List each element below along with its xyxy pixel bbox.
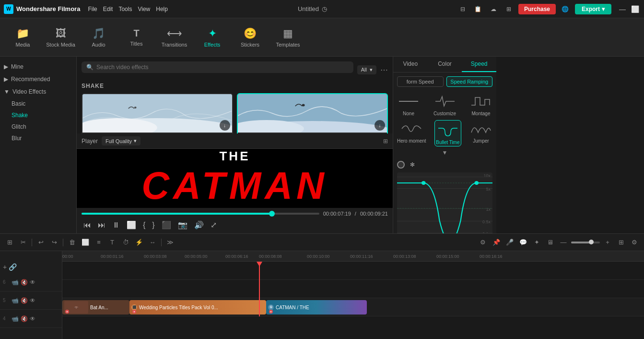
account-icon[interactable]: 🌐 bbox=[560, 3, 571, 15]
effect-card-mild[interactable]: ↓ Mild bbox=[82, 93, 233, 133]
sidebar-item-shake[interactable]: Shake bbox=[0, 109, 76, 121]
tl-add-track-button[interactable]: ⊞ bbox=[4, 237, 15, 248]
rewind-button[interactable]: ⏮ bbox=[82, 220, 93, 230]
sidebar-item-video-effects[interactable]: ▼ Video Effects bbox=[0, 85, 76, 98]
toolbar-stock-media[interactable]: 🖼 Stock Media bbox=[43, 21, 79, 54]
zoom-out-button[interactable]: — bbox=[558, 237, 569, 248]
clip-wedding[interactable]: ⬛ Wedding Particles Titles Pack Vol 0...… bbox=[129, 300, 266, 315]
minimize-button[interactable]: — bbox=[617, 4, 628, 14]
sidebar-item-mine[interactable]: ▶ Mine bbox=[0, 61, 76, 73]
effects-filter-dropdown[interactable]: All ▾ bbox=[357, 65, 376, 74]
speed-option-hero-moment[interactable]: Hero moment bbox=[397, 120, 426, 146]
tl-audio-button[interactable]: ≡ bbox=[93, 237, 105, 248]
menu-file[interactable]: File bbox=[88, 6, 97, 12]
tl-text-button[interactable]: T bbox=[106, 237, 118, 248]
track5-eye-icon[interactable]: 👁 bbox=[30, 297, 35, 304]
snapshot-button[interactable]: 📷 bbox=[176, 219, 189, 230]
toolbar-templates[interactable]: ▦ Templates bbox=[270, 21, 306, 54]
tl-grid-view-button[interactable]: ⊞ bbox=[615, 237, 627, 248]
track6-audio-icon[interactable]: 🔇 bbox=[21, 279, 28, 286]
toolbar-stickers[interactable]: 😊 Stickers bbox=[232, 21, 268, 54]
track4-audio-icon[interactable]: 🔇 bbox=[21, 315, 28, 322]
tl-display-button[interactable]: 🖥 bbox=[544, 237, 556, 248]
menu-tools[interactable]: Tools bbox=[118, 6, 132, 12]
volume-button[interactable]: 🔊 bbox=[192, 219, 206, 230]
cloud-icon[interactable]: ☁ bbox=[488, 3, 499, 15]
toolbar-effects[interactable]: ✦ Effects bbox=[194, 21, 230, 54]
link-track-icon[interactable]: 🔗 bbox=[9, 263, 17, 271]
tl-speed-button[interactable]: ⏱ bbox=[120, 237, 131, 248]
tl-redo-button[interactable]: ↪ bbox=[48, 237, 60, 248]
tl-subtitle-button[interactable]: 💬 bbox=[517, 237, 529, 248]
menu-help[interactable]: Help bbox=[156, 6, 168, 12]
tab-speed[interactable]: Speed bbox=[462, 57, 496, 72]
extreme-download-icon[interactable]: ↓ bbox=[375, 120, 385, 131]
toolbar-media[interactable]: 📁 Media bbox=[5, 21, 41, 54]
mark-in-button[interactable]: { bbox=[141, 220, 147, 230]
play-pause-button[interactable]: ⏸ bbox=[110, 220, 122, 230]
sidebar-item-recommended[interactable]: ▶ Recommended bbox=[0, 73, 76, 85]
snowflake-icon[interactable]: ✻ bbox=[408, 160, 417, 170]
export-button[interactable]: Export ▾ bbox=[575, 4, 611, 14]
snapshots-icon[interactable]: 📋 bbox=[472, 3, 484, 15]
zoom-slider-track[interactable] bbox=[571, 242, 600, 243]
step-forward-button[interactable]: ⏭ bbox=[96, 220, 107, 230]
purchase-button[interactable]: Purchase bbox=[518, 4, 556, 14]
maximize-button[interactable]: ⬜ bbox=[630, 4, 640, 14]
search-input[interactable] bbox=[96, 64, 349, 71]
speed-option-bullet-time[interactable]: Bullet Time bbox=[434, 120, 461, 146]
sidebar-item-blur[interactable]: Blur bbox=[0, 133, 76, 144]
tl-undo-button[interactable]: ↩ bbox=[35, 237, 47, 248]
tab-color[interactable]: Color bbox=[428, 57, 462, 72]
collapse-left-panel-button[interactable]: ‹ bbox=[76, 131, 77, 159]
track4-eye-icon[interactable]: 👁 bbox=[30, 315, 35, 322]
track6-eye-icon[interactable]: 👁 bbox=[30, 279, 35, 286]
tl-more-button[interactable]: ≫ bbox=[164, 237, 176, 248]
quality-selector[interactable]: Full Quality ▾ bbox=[102, 136, 141, 145]
progress-bar[interactable] bbox=[82, 213, 319, 215]
speed-option-none[interactable]: None bbox=[397, 93, 420, 116]
subtab-uniform-speed[interactable]: form Speed bbox=[397, 76, 444, 87]
zoom-in-button[interactable]: + bbox=[602, 237, 613, 248]
mild-download-icon[interactable]: ↓ bbox=[220, 120, 230, 131]
add-track-icon[interactable]: + bbox=[3, 263, 7, 271]
speed-option-montage[interactable]: Montage bbox=[469, 93, 492, 116]
tl-color-button[interactable]: ⚡ bbox=[133, 237, 145, 248]
tl-magnet-button[interactable]: ✂ bbox=[17, 237, 29, 248]
tl-ai-button[interactable]: ✦ bbox=[531, 237, 542, 248]
tl-delete-button[interactable]: 🗑 bbox=[66, 237, 78, 248]
stop-button[interactable]: ⬜ bbox=[125, 219, 138, 230]
toolbar-audio[interactable]: 🎵 Audio bbox=[81, 21, 117, 54]
tab-video[interactable]: Video bbox=[393, 57, 428, 72]
tl-crop-button[interactable]: ⬜ bbox=[80, 237, 91, 248]
tl-transform-button[interactable]: ↔ bbox=[147, 237, 158, 248]
fullscreen-button[interactable]: ⤢ bbox=[209, 219, 219, 230]
zoom-slider-thumb[interactable] bbox=[589, 240, 594, 244]
menu-edit[interactable]: Edit bbox=[103, 6, 113, 12]
speed-option-jumper[interactable]: Jumper bbox=[469, 120, 492, 146]
track5-audio-icon[interactable]: 🔇 bbox=[21, 297, 28, 304]
clip-catman[interactable]: ① CATMAN / THE ♥ bbox=[266, 300, 367, 315]
tl-clip-button[interactable]: 📌 bbox=[491, 237, 502, 248]
toolbar-titles[interactable]: T Titles bbox=[118, 21, 154, 54]
menu-view[interactable]: View bbox=[138, 6, 150, 12]
playhead[interactable] bbox=[259, 262, 260, 316]
crop-button[interactable]: ⬛ bbox=[160, 219, 173, 230]
layout-icon[interactable]: ⊟ bbox=[457, 3, 468, 15]
effect-card-extreme[interactable]: ↓ Extreme bbox=[237, 93, 388, 133]
speed-option-customize[interactable]: Customize bbox=[433, 93, 457, 116]
tl-effects-button[interactable]: ⚙ bbox=[477, 237, 489, 248]
apps-icon[interactable]: ⊞ bbox=[503, 3, 515, 15]
effects-more-options-icon[interactable]: ⋯ bbox=[380, 65, 388, 74]
subtab-speed-ramping[interactable]: Speed Ramping bbox=[446, 76, 493, 87]
tl-mic-button[interactable]: 🎤 bbox=[504, 237, 515, 248]
speed-options-more[interactable]: ▼ bbox=[393, 148, 496, 157]
mark-out-button[interactable]: } bbox=[150, 220, 156, 230]
speed-graph[interactable]: 10x 5x 1x 0.5x 0.1x bbox=[397, 172, 492, 233]
clip-bat[interactable]: 🦇 Bat An... ♥ bbox=[62, 300, 129, 315]
tl-settings-button[interactable]: ⚙ bbox=[629, 237, 640, 248]
toolbar-transitions[interactable]: ⟷ Transitions bbox=[156, 21, 192, 54]
progress-thumb[interactable] bbox=[269, 211, 275, 217]
sidebar-item-basic[interactable]: Basic bbox=[0, 98, 76, 109]
sidebar-item-glitch[interactable]: Glitch bbox=[0, 121, 76, 133]
